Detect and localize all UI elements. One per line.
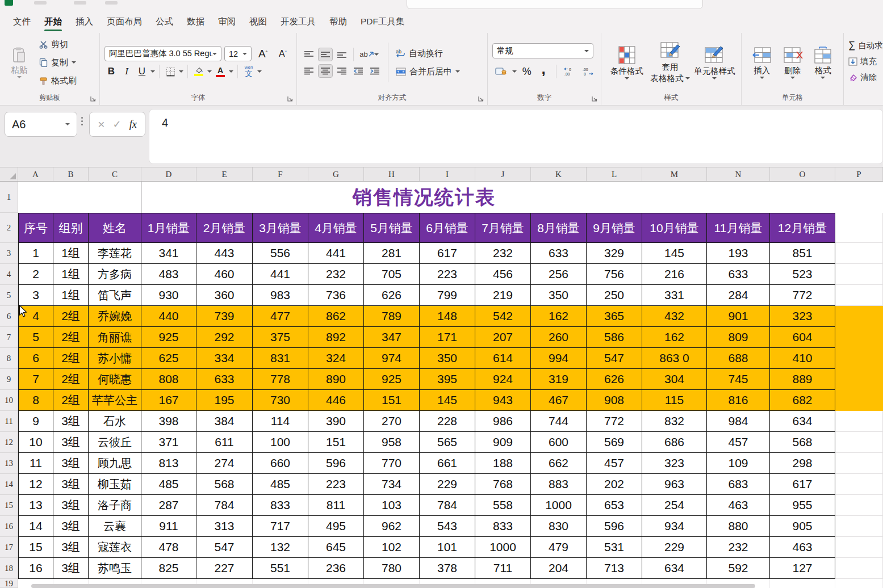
cell-B4[interactable]: 1组 bbox=[53, 264, 89, 285]
format-painter-button[interactable]: 格式刷 bbox=[37, 73, 78, 89]
increase-decimal-button[interactable]: 0 .00 bbox=[562, 64, 577, 79]
cell-J7[interactable]: 207 bbox=[475, 327, 531, 348]
cell-C10[interactable]: 芊芊公主 bbox=[89, 390, 141, 411]
cell-P10[interactable] bbox=[835, 390, 883, 411]
cell-K12[interactable]: 600 bbox=[531, 432, 587, 453]
cell-B17[interactable]: 3组 bbox=[53, 537, 89, 558]
cell-A13[interactable]: 11 bbox=[18, 453, 53, 474]
cell-F17[interactable]: 132 bbox=[253, 537, 308, 558]
cell-P15[interactable] bbox=[835, 495, 883, 516]
row-header-15[interactable]: 15 bbox=[0, 495, 18, 516]
cell-F8[interactable]: 831 bbox=[253, 348, 308, 369]
cell-A8[interactable]: 6 bbox=[18, 348, 53, 369]
cell-P7[interactable] bbox=[835, 327, 883, 348]
cell-F18[interactable]: 551 bbox=[253, 558, 308, 579]
cell-B6[interactable]: 2组 bbox=[53, 306, 89, 327]
cell-J18[interactable]: 711 bbox=[475, 558, 531, 579]
cell-A3[interactable]: 1 bbox=[18, 243, 53, 264]
cell-H14[interactable]: 734 bbox=[364, 474, 420, 495]
cell-E15[interactable]: 784 bbox=[196, 495, 253, 516]
cell-M17[interactable]: 229 bbox=[642, 537, 707, 558]
cell-I15[interactable]: 784 bbox=[420, 495, 475, 516]
cell-E8[interactable]: 334 bbox=[196, 348, 253, 369]
cell-O4[interactable]: 523 bbox=[770, 264, 835, 285]
cell-L9[interactable]: 626 bbox=[587, 369, 642, 390]
cell-K9[interactable]: 319 bbox=[531, 369, 587, 390]
row-header-14[interactable]: 14 bbox=[0, 474, 18, 495]
cell-M9[interactable]: 304 bbox=[642, 369, 707, 390]
tab-insert[interactable]: 插入 bbox=[69, 10, 100, 33]
cell-P17[interactable] bbox=[835, 537, 883, 558]
cell-H15[interactable]: 103 bbox=[364, 495, 420, 516]
cell-F15[interactable]: 833 bbox=[253, 495, 308, 516]
cell-E11[interactable]: 384 bbox=[196, 411, 253, 432]
cell-H13[interactable]: 770 bbox=[364, 453, 420, 474]
dialog-launcher-icon[interactable] bbox=[287, 95, 294, 102]
cell-I18[interactable]: 378 bbox=[420, 558, 475, 579]
cell-B18[interactable]: 3组 bbox=[53, 558, 89, 579]
cell-H10[interactable]: 151 bbox=[364, 390, 420, 411]
row-header-13[interactable]: 13 bbox=[0, 453, 18, 474]
chevron-down-icon[interactable] bbox=[207, 70, 212, 73]
quick-access-icon[interactable] bbox=[105, 1, 118, 5]
row-header-2[interactable]: 2 bbox=[0, 213, 18, 243]
header-cell-C2[interactable]: 姓名 bbox=[89, 213, 141, 243]
sheet-title-cell[interactable]: 销售情况统计表 bbox=[141, 182, 707, 213]
phonetic-guide-button[interactable]: wén 文 bbox=[242, 64, 256, 79]
cell-M7[interactable]: 162 bbox=[642, 327, 707, 348]
row-header-3[interactable]: 3 bbox=[0, 243, 18, 264]
cell-A5[interactable]: 3 bbox=[18, 285, 53, 306]
row-header-6[interactable]: 6 bbox=[0, 306, 18, 327]
column-header-I[interactable]: I bbox=[420, 167, 475, 181]
cell-O9[interactable]: 889 bbox=[770, 369, 835, 390]
cell-O3[interactable]: 851 bbox=[770, 243, 835, 264]
cell-A18[interactable]: 16 bbox=[18, 558, 53, 579]
cell-N18[interactable]: 592 bbox=[707, 558, 770, 579]
cell-G8[interactable]: 324 bbox=[308, 348, 364, 369]
cell-O6[interactable]: 323 bbox=[770, 306, 835, 327]
cell-E12[interactable]: 611 bbox=[196, 432, 253, 453]
cell-M5[interactable]: 331 bbox=[642, 285, 707, 306]
cell-I4[interactable]: 223 bbox=[420, 264, 475, 285]
cell-E6[interactable]: 739 bbox=[196, 306, 253, 327]
percent-style-button[interactable]: % bbox=[520, 64, 533, 79]
cell-G12[interactable]: 151 bbox=[308, 432, 364, 453]
chevron-down-icon[interactable] bbox=[512, 70, 517, 73]
fill-color-button[interactable] bbox=[192, 64, 206, 79]
row-header-7[interactable]: 7 bbox=[0, 327, 18, 348]
column-header-O[interactable]: O bbox=[770, 167, 835, 181]
cell-L13[interactable]: 457 bbox=[587, 453, 642, 474]
cell-D9[interactable]: 808 bbox=[141, 369, 196, 390]
column-header-K[interactable]: K bbox=[531, 167, 587, 181]
cell-M14[interactable]: 963 bbox=[642, 474, 707, 495]
cell-J3[interactable]: 232 bbox=[475, 243, 531, 264]
cell-I8[interactable]: 350 bbox=[420, 348, 475, 369]
font-name-combobox[interactable]: 阿里巴巴普惠体 3.0 55 Regu bbox=[104, 46, 221, 61]
cell-M18[interactable]: 634 bbox=[642, 558, 707, 579]
cell-N12[interactable]: 457 bbox=[707, 432, 770, 453]
header-cell-E2[interactable]: 2月销量 bbox=[196, 213, 253, 243]
align-right-button[interactable] bbox=[334, 64, 349, 78]
cell-C15[interactable]: 洛子商 bbox=[89, 495, 141, 516]
row-header-18[interactable]: 18 bbox=[0, 558, 18, 579]
cell-P12[interactable] bbox=[835, 432, 883, 453]
cell-P9[interactable] bbox=[835, 369, 883, 390]
cell-B14[interactable]: 3组 bbox=[53, 474, 89, 495]
cell-J12[interactable]: 909 bbox=[475, 432, 531, 453]
row-header-16[interactable]: 16 bbox=[0, 516, 18, 537]
align-top-button[interactable] bbox=[302, 48, 316, 61]
cell-N4[interactable]: 633 bbox=[707, 264, 770, 285]
cell-I12[interactable]: 565 bbox=[420, 432, 475, 453]
tab-view[interactable]: 视图 bbox=[242, 10, 274, 33]
cell-G9[interactable]: 890 bbox=[308, 369, 364, 390]
cell-D16[interactable]: 911 bbox=[141, 516, 196, 537]
cell-B15[interactable]: 3组 bbox=[53, 495, 89, 516]
formula-input[interactable]: 4 bbox=[149, 109, 883, 164]
cell-C4[interactable]: 方多病 bbox=[89, 264, 141, 285]
cell-E9[interactable]: 633 bbox=[196, 369, 253, 390]
cell-C11[interactable]: 石水 bbox=[89, 411, 141, 432]
align-middle-button[interactable] bbox=[318, 48, 333, 61]
cell-E10[interactable]: 195 bbox=[196, 390, 253, 411]
quick-access-icon[interactable] bbox=[74, 1, 86, 5]
cell-G14[interactable]: 223 bbox=[308, 474, 364, 495]
